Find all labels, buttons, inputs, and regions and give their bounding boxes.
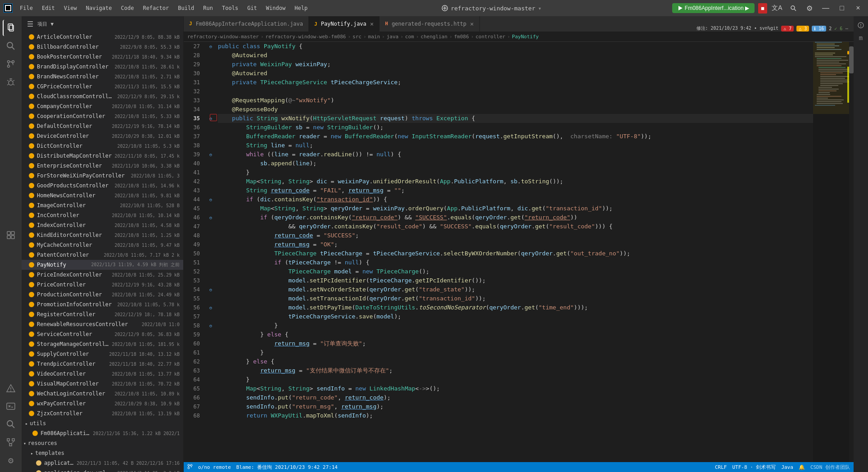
list-item[interactable]: KindEditorController 2022/10/8 11:05, 1.…	[22, 230, 183, 240]
list-item-appyml[interactable]: application.yml 2022/11/3 11:05, 42 B 20…	[22, 458, 183, 468]
list-item[interactable]: StorageManageController 2022/10/8 11:05,…	[22, 339, 183, 349]
minimize-button[interactable]: —	[819, 2, 832, 14]
activity-search2[interactable]	[3, 416, 19, 432]
stop-button[interactable]: ■	[758, 3, 767, 14]
list-item[interactable]: ZjzxController 2022/10/8 11:05, 13.19 kB	[22, 408, 183, 418]
translate-button[interactable]: 文A	[771, 2, 783, 14]
list-item[interactable]: DistributeMapController 2022/11/10 8:05,…	[22, 151, 183, 161]
activity-structure[interactable]	[3, 434, 19, 450]
list-item[interactable]: HomeNewsController 2022/10/8 11:05, 9.81…	[22, 191, 183, 200]
list-item[interactable]: MyCacheController 2022/10/8 11:05, 9.47 …	[22, 240, 183, 250]
list-item[interactable]: VisualMapController 2022/10/8 11:05, 70.…	[22, 379, 183, 389]
list-item[interactable]: CooperationController 2022/10/8 11:05, 5…	[22, 111, 183, 121]
tab-close-generated-requests[interactable]: ×	[470, 20, 474, 27]
list-item[interactable]: IndexController 2022/10/8 11:05, 4.58 kB	[22, 220, 183, 230]
activity-search[interactable]	[3, 38, 19, 54]
list-item[interactable]: CloudClassroomController 2022/12/9 8:05,…	[22, 91, 183, 101]
activity-explorer[interactable]	[3, 20, 19, 36]
menu-file[interactable]: File	[16, 3, 36, 13]
tab-paynotify[interactable]: J PayNotify.java ×	[309, 16, 380, 32]
list-item[interactable]: ImageController 2022/10/8 11:05, 528 B	[22, 200, 183, 210]
menu-navigate[interactable]: Navigate	[82, 3, 116, 13]
menu-view[interactable]: View	[60, 3, 81, 13]
list-item[interactable]: DefaultController 2022/12/19 9:16, 78.14…	[22, 121, 183, 131]
list-item[interactable]: BrandDisplayController 2022/10/8 11:05, …	[22, 62, 183, 72]
list-item-fm086app[interactable]: Fm086Application 2022/12/16 15:36, 1.22 …	[22, 428, 183, 438]
folder-utils[interactable]: ▸ utils	[22, 418, 183, 428]
maximize-button[interactable]: □	[836, 2, 848, 14]
activity-debug[interactable]	[3, 74, 19, 90]
folder-templates[interactable]: ▸ templates	[22, 448, 183, 458]
line-ending[interactable]: CRLF	[715, 464, 727, 470]
file-type[interactable]: Java	[781, 464, 793, 470]
activity-warnings[interactable]	[3, 380, 19, 396]
list-item[interactable]: SupplyController 2022/11/18 18:40, 13.12…	[22, 349, 183, 359]
menu-git[interactable]: Git	[244, 3, 261, 13]
fold-icon[interactable]: ⊖	[209, 287, 212, 292]
fold-icon[interactable]: ⊖	[209, 323, 212, 328]
menu-refactor[interactable]: Refactor	[139, 3, 172, 13]
list-item[interactable]: WeChatLoginController 2022/10/8 11:05, 1…	[22, 389, 183, 399]
menu-window[interactable]: Window	[262, 3, 289, 13]
hamburger-icon[interactable]: ☰	[27, 20, 34, 28]
sidebar-file-list[interactable]: ArticleController 2022/12/9 8:05, 88.38 …	[22, 32, 183, 472]
git-remote[interactable]: o/no remote	[198, 464, 231, 470]
list-item[interactable]: PriceIndexController 2022/10/8 11:05, 25…	[22, 270, 183, 280]
tab-generated-requests[interactable]: H generated-requests.http ×	[380, 16, 479, 32]
notification-icon[interactable]: 🔔	[799, 464, 805, 470]
list-item[interactable]: DeviceController 2022/10/29 8:38, 12.01 …	[22, 131, 183, 141]
vertical-scrollbar[interactable]	[849, 42, 854, 462]
close-button[interactable]: ×	[852, 2, 864, 14]
charset[interactable]: UTF-8 · 剑术书写	[732, 464, 776, 471]
fold-icon[interactable]: ⊖	[209, 305, 212, 310]
list-item-devyml[interactable]: application-dev.yml 2022/11/3 11:05, 3.2…	[22, 468, 183, 472]
scrollbar-thumb[interactable]	[849, 46, 854, 73]
activity-extensions[interactable]	[3, 227, 19, 243]
list-item[interactable]: DictController 2022/10/8 11:05, 5.3 kB	[22, 141, 183, 151]
list-item[interactable]: BillboardController 2022/9/8 8:05, 55.3 …	[22, 42, 183, 52]
menu-build[interactable]: Build	[174, 3, 198, 13]
list-item[interactable]: ArticleController 2022/12/9 8:05, 88.38 …	[22, 32, 183, 42]
list-item[interactable]: RegisterController 2022/12/19 18:, 78.18…	[22, 309, 183, 319]
tabs-more-button[interactable]: ⋯	[845, 26, 848, 32]
list-item[interactable]: PromotionInfoController 2022/10/8 11:05,…	[22, 300, 183, 309]
activity-settings[interactable]: ⚙	[3, 452, 19, 468]
list-item-paynotify[interactable]: PayNotify 2022/11/3 11:19, 4.59 kB 判初 之前	[22, 260, 183, 270]
list-item[interactable]: TrendpicController 2022/11/18 18:40, 22.…	[22, 359, 183, 369]
list-item[interactable]: RenewableResourcesController 2022/10/8 1…	[22, 319, 183, 329]
list-item[interactable]: BookPosterController 2022/11/18 18:40, 9…	[22, 52, 183, 62]
menu-help[interactable]: Help	[291, 3, 311, 13]
folder-resources[interactable]: ▾ resources	[22, 438, 183, 448]
right-m-icon[interactable]: m	[859, 34, 863, 41]
settings-button[interactable]: ⚙	[803, 2, 816, 14]
menu-tools[interactable]: Tools	[218, 3, 242, 13]
tab-fm086app[interactable]: J Fm086AppInterfaceApplication.java	[184, 16, 309, 32]
list-item[interactable]: ServiceController 2022/12/9 8:05, 36.83 …	[22, 329, 183, 339]
right-notifications-icon[interactable]	[855, 20, 866, 31]
fold-icon[interactable]: ⊖	[209, 197, 212, 202]
list-item[interactable]: EnterpriseController 2022/11/10 10:06, 3…	[22, 161, 183, 171]
fold-icon[interactable]: ⊖	[209, 44, 212, 49]
list-item[interactable]: ProductionController 2022/10/8 11:05, 24…	[22, 290, 183, 300]
list-item[interactable]: CGPriceController 2022/11/3 11:05, 15.5 …	[22, 82, 183, 91]
list-item[interactable]: BrandNewsController 2022/10/8 11:05, 2.7…	[22, 72, 183, 82]
menu-run[interactable]: Run	[199, 3, 217, 13]
list-item[interactable]: wxPayController 2022/10/29 8:38, 10.9 kB	[22, 399, 183, 408]
search-button[interactable]	[787, 2, 800, 14]
list-item[interactable]: ForStoreWeiXinPayController 2022/10/8 11…	[22, 171, 183, 181]
run-button[interactable]: Fm086AppInterf...ication ▶	[672, 3, 755, 13]
fold-icon[interactable]: ⊖	[209, 215, 212, 220]
list-item[interactable]: CompanyController 2022/10/8 11:05, 31.14…	[22, 101, 183, 111]
list-item[interactable]: GoodProductsController 2022/10/8 11:05, …	[22, 181, 183, 191]
list-item[interactable]: VideoController 2022/10/8 11:05, 13.77 k…	[22, 369, 183, 379]
activity-terminal[interactable]	[3, 398, 19, 414]
list-item[interactable]: PatentController 2022/10/8 11:05, 7.17 k…	[22, 250, 183, 260]
activity-git[interactable]	[3, 56, 19, 72]
menu-code[interactable]: Code	[118, 3, 138, 13]
fold-icon[interactable]: ⊖	[209, 152, 212, 157]
tab-close-paynotify[interactable]: ×	[370, 20, 374, 27]
list-item[interactable]: IncController 2022/10/8 11:05, 10.14 kB	[22, 210, 183, 220]
menu-edit[interactable]: Edit	[38, 3, 59, 13]
list-item[interactable]: PriceController 2022/12/19 9:16, 43.28 k…	[22, 280, 183, 290]
code-area[interactable]: public class PayNotify { @Autowired priv…	[216, 42, 813, 462]
